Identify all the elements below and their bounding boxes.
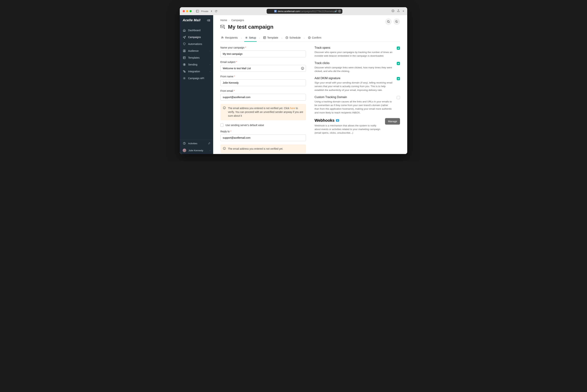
tracking-domain-checkbox[interactable]: [397, 96, 400, 99]
gear-icon: [183, 77, 186, 80]
svg-text:A: A: [397, 20, 398, 21]
private-label: Private: [201, 10, 208, 12]
nav-dashboard[interactable]: Dashboard: [180, 27, 213, 34]
step-recipients[interactable]: Recipients: [220, 34, 238, 42]
page-title: My test campaign: [228, 24, 273, 30]
track-opens-desc: Discover who opens your campaigns by tra…: [315, 50, 393, 58]
manage-webhooks-button[interactable]: Manage: [385, 118, 400, 124]
from-name-input[interactable]: [220, 79, 306, 86]
search-button[interactable]: [385, 18, 392, 25]
nav-campaign-api[interactable]: Campaign API: [180, 75, 213, 82]
breadcrumb-home[interactable]: Home: [220, 19, 227, 22]
minimize-window[interactable]: [186, 10, 188, 12]
more-icon[interactable]: ⋯: [338, 10, 341, 12]
name-input[interactable]: [220, 50, 306, 57]
default-value-checkbox[interactable]: [220, 124, 224, 127]
nav-activities[interactable]: Activities: [180, 140, 213, 147]
chevron-right-icon: ›: [258, 37, 261, 39]
users-icon: [221, 36, 224, 39]
track-clicks-checkbox[interactable]: [397, 62, 400, 65]
nav-automations[interactable]: Automations: [180, 40, 213, 48]
sending-icon: [183, 63, 186, 66]
shield-icon: [183, 42, 186, 46]
info-icon: [223, 147, 226, 150]
svg-point-4: [184, 50, 185, 51]
svg-rect-13: [221, 25, 224, 28]
step-template[interactable]: Template: [262, 34, 279, 42]
svg-point-19: [301, 67, 304, 70]
svg-rect-7: [183, 70, 184, 71]
new-tab-icon[interactable]: +: [402, 10, 404, 13]
theme-toggle[interactable]: A: [394, 18, 400, 25]
step-schedule[interactable]: Schedule: [285, 34, 302, 42]
chevron-right-icon: ›: [229, 19, 229, 21]
nav-campaigns[interactable]: Campaigns: [180, 34, 213, 40]
nav-integration[interactable]: Integration ›: [180, 68, 213, 75]
step-setup[interactable]: Setup: [244, 34, 257, 42]
dkim-desc: Sign your email with your sending domain…: [315, 81, 393, 92]
verify-link[interactable]: here: [290, 107, 295, 110]
nav-audience[interactable]: Audience ›: [180, 48, 213, 54]
template-icon: [183, 56, 186, 59]
info-icon: [223, 106, 226, 109]
url-bar[interactable]: M demo.acellemail.com/campaigns/612779c2…: [267, 9, 342, 14]
nav-sending[interactable]: Sending ›: [180, 61, 213, 68]
audio-icon[interactable]: 🔊: [335, 10, 337, 12]
close-window[interactable]: [183, 10, 185, 12]
step-confirm[interactable]: Confirm: [307, 34, 322, 42]
browser-chrome: Private M demo.acellemail.com/campaigns/…: [180, 7, 407, 15]
nav-label: Audience: [188, 50, 199, 52]
chevron-right-icon: ›: [210, 64, 210, 66]
integration-icon: [183, 70, 186, 73]
back-icon[interactable]: [210, 10, 213, 12]
breadcrumb: Home › Campaigns: [220, 19, 400, 22]
collapse-sidebar-icon[interactable]: [207, 19, 210, 22]
reply-to-label: Reply to *: [220, 130, 306, 133]
template-icon: [263, 36, 266, 39]
chevron-right-icon: ›: [210, 50, 210, 52]
svg-rect-16: [263, 36, 266, 39]
maximize-window[interactable]: [189, 10, 192, 12]
steps: Recipients › Setup › Template › Schedule…: [220, 34, 400, 42]
nav-templates[interactable]: Templates: [180, 54, 213, 61]
webhooks-title: Webhooks 0: [315, 118, 382, 123]
dkim-title: Add DKIM signature: [315, 77, 393, 80]
download-icon[interactable]: [392, 10, 394, 13]
avatar: [183, 148, 186, 152]
dkim-checkbox[interactable]: [397, 77, 400, 80]
home-icon: [183, 29, 186, 32]
svg-point-20: [302, 68, 302, 68]
tracking-domain-title: Custom Tracking Domain: [315, 96, 393, 99]
from-email-label: From email *: [220, 90, 306, 92]
reply-to-input[interactable]: [220, 134, 306, 141]
share-icon[interactable]: [397, 10, 400, 13]
tracking-domain-desc: Using a tracking domain causes all the l…: [315, 100, 393, 114]
sidebar: Acelle Mail Dashboard Campaigns Automati…: [180, 15, 213, 154]
track-opens-checkbox[interactable]: [397, 46, 400, 50]
clock-icon: [285, 36, 288, 39]
from-name-label: From name *: [220, 75, 306, 78]
reload-icon[interactable]: [215, 10, 217, 12]
chevron-right-icon: ›: [210, 70, 210, 72]
from-email-input[interactable]: [220, 94, 306, 100]
nav-label: Sending: [188, 63, 197, 66]
logo: Acelle Mail: [180, 15, 213, 26]
chevron-right-icon: ›: [280, 37, 283, 39]
nav-label: Templates: [188, 56, 200, 59]
emoji-icon[interactable]: [301, 67, 304, 70]
sidebar-toggle-icon[interactable]: [196, 10, 199, 12]
name-label: Name your campaign *: [220, 46, 306, 49]
main-content: A Home › Campaigns My test campaign Reci…: [213, 15, 407, 154]
traffic-lights: [183, 10, 192, 12]
webhooks-desc: Webhook is a mechanism that allows the s…: [315, 124, 382, 135]
breadcrumb-campaigns[interactable]: Campaigns: [231, 19, 244, 22]
default-value-checkbox-row[interactable]: Use sending server's default value: [220, 124, 306, 127]
chevron-right-icon: ›: [240, 37, 243, 39]
nav-user[interactable]: Jolie Kennedy ›: [180, 147, 213, 154]
nav-label: Automations: [188, 42, 202, 46]
svg-point-11: [387, 20, 389, 22]
subject-input[interactable]: [220, 65, 306, 72]
nav-label: Integration: [188, 70, 200, 73]
check-icon: [308, 36, 311, 39]
reply-alert: The email address you entered is not ver…: [220, 144, 306, 153]
